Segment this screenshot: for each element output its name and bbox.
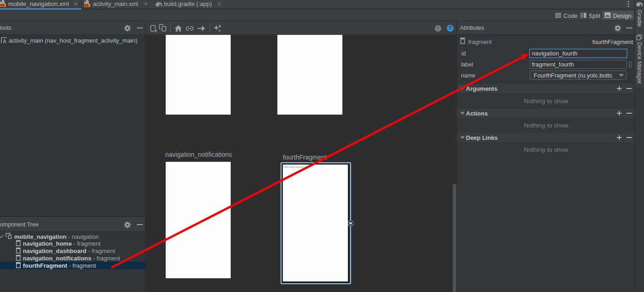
svg-text:A: A (3, 39, 6, 44)
svg-text:Hello blank fragment: Hello blank fragment (284, 166, 304, 168)
